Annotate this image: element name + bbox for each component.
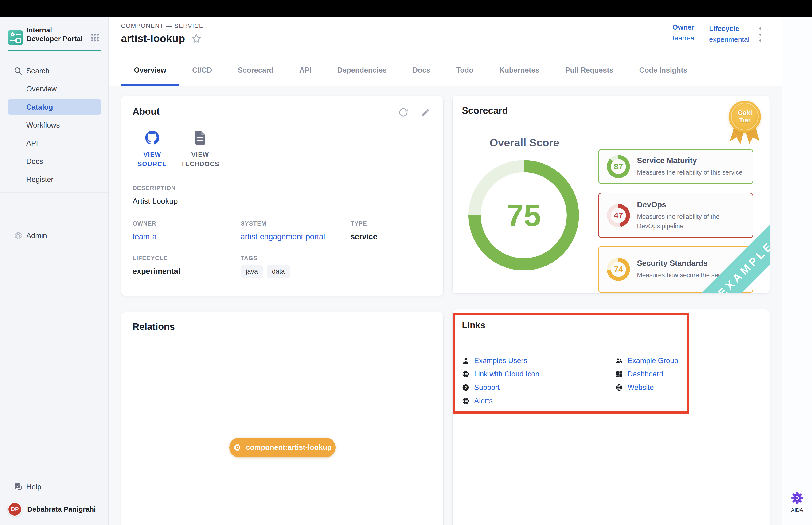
relations-node-component[interactable]: component:artist-lookup [229,438,336,457]
about-title: About [133,106,160,117]
metric-description: Measures how secure the ser [637,270,720,280]
user-name: Debabrata Panigrahi [27,505,96,513]
chip-icon [233,443,242,452]
field-system: SYSTEM artist-engagement-portal [241,220,351,241]
globe-icon [462,397,470,405]
system-link[interactable]: artist-engagement-portal [241,232,351,241]
overall-score-gauge: 75 [469,160,579,270]
favorite-star-icon[interactable] [191,33,202,44]
top-black-bar [0,0,812,17]
tab-api[interactable]: API [287,55,324,86]
tab-kubernetes[interactable]: Kubernetes [486,55,552,86]
sidebar-item-label: Admin [26,231,47,240]
view-source-link[interactable]: VIEW SOURCE [133,130,172,169]
red-highlight-box: Links Examples Users Link with Cloud Ico… [453,313,689,414]
sidebar-item-label: Help [26,483,41,491]
metric-description: Measures the reliability of this service [637,168,742,177]
relations-title: Relations [133,321,432,332]
tab-todo[interactable]: Todo [443,55,486,86]
tab-overview[interactable]: Overview [121,55,179,86]
sidebar-item-docs[interactable]: Docs [0,152,108,170]
about-card: About VIEW SO [121,96,444,296]
sidebar-brand: Internal Developer Portal [0,17,108,50]
link-alerts[interactable]: Alerts [462,394,615,407]
field-tags: TAGS java data [241,255,351,278]
kebab-menu-icon[interactable] [759,28,762,42]
globe-icon [615,384,623,391]
sidebar-teal-divider [7,50,101,51]
relations-card: Relations component:artist-lookup [121,312,444,525]
content-area: About VIEW SO [109,86,782,525]
sidebar-bottom: ? Help DP Debabrata Panigrahi [0,472,108,525]
tab-dependencies[interactable]: Dependencies [324,55,400,86]
scorecard-title: Scorecard [462,105,760,116]
help-chat-icon: ? [14,482,22,491]
metric-name: Security Standards [637,259,720,268]
field-lifecycle: LIFECYCLE experimental [133,255,241,278]
link-with-cloud-icon[interactable]: Link with Cloud Icon [462,367,615,381]
field-owner: OWNER team-a [133,220,241,241]
sidebar-item-admin[interactable]: Admin [0,227,108,245]
metric-devops[interactable]: 47 DevOps Measures the reliability of th… [598,193,753,238]
user-icon [462,357,470,364]
metric-gauge: 47 [607,204,630,227]
link-example-group[interactable]: Example Group [615,354,680,367]
view-techdocs-link[interactable]: VIEW TECHDOCS [181,130,220,169]
description-label: DESCRIPTION [133,185,432,192]
page-header: COMPONENT — SERVICE artist-lookup Owner … [109,17,782,51]
owner-link[interactable]: team-a [133,232,241,241]
links-title: Links [462,320,680,330]
link-website[interactable]: Website [615,381,680,394]
metric-service-maturity[interactable]: 87 Service Maturity Measures the reliabi… [598,149,753,184]
user-menu[interactable]: DP Debabrata Panigrahi [0,496,108,518]
gold-tier-badge: Gold Tier [729,101,761,144]
aida-label: AIDA [791,507,803,513]
links-column-left: Examples Users Link with Cloud Icon ? Su… [462,354,615,407]
entity-tabs: Overview CI/CD Scorecard API Dependencie… [109,51,782,86]
sidebar-bottom-divider [7,472,101,472]
link-support[interactable]: ? Support [462,381,615,394]
sidebar-item-api[interactable]: API [0,134,108,152]
sidebar-item-search[interactable]: Search [0,62,108,80]
view-source-label: VIEW SOURCE [133,150,172,169]
header-lifecycle[interactable]: Lifecycle experimental [709,25,750,44]
tab-scorecard[interactable]: Scorecard [225,55,287,86]
techdocs-file-icon [194,130,206,145]
brand-logo-icon[interactable] [7,30,23,45]
sidebar: Internal Developer Portal Search Overvie… [0,17,109,525]
refresh-icon[interactable] [398,108,408,118]
metric-name: Service Maturity [637,156,742,165]
gear-icon [14,231,22,240]
metric-name: DevOps [637,200,719,209]
sidebar-item-overview[interactable]: Overview [0,80,108,98]
tab-pull-requests[interactable]: Pull Requests [552,55,626,86]
tag-chip: java [241,265,263,278]
metric-description: Measures the reliability of the [637,212,719,221]
sidebar-item-label: Docs [26,157,43,166]
link-examples-users[interactable]: Examples Users [462,354,615,367]
group-icon [615,357,623,364]
sidebar-item-help[interactable]: ? Help [0,478,108,496]
edit-pencil-icon[interactable] [420,108,430,118]
sidebar-item-register[interactable]: Register [0,170,108,189]
page-title: artist-lookup [121,32,185,45]
sidebar-item-label: Register [26,175,53,184]
tab-docs[interactable]: Docs [400,55,443,86]
brand-title: Internal Developer Portal [27,17,85,43]
metric-gauge: 74 [607,258,630,281]
link-dashboard[interactable]: Dashboard [615,367,680,381]
app-launcher-grid-icon[interactable] [90,33,100,43]
right-side-strip: AIDA [782,17,812,525]
aida-flower-icon [791,491,804,505]
sidebar-item-catalog[interactable]: Catalog [7,100,101,115]
scorecard-card: Scorecard Gold Tier Overall Score 75 87 [452,96,770,294]
help-circle-icon: ? [462,384,470,391]
header-owner[interactable]: Owner team-a [672,23,694,42]
svg-text:?: ? [16,484,18,487]
overall-score-value: 75 [507,198,541,233]
tab-cicd[interactable]: CI/CD [179,55,225,86]
aida-assistant-button[interactable]: AIDA [782,491,812,513]
tab-code-insights[interactable]: Code Insights [626,55,700,86]
sidebar-item-workflows[interactable]: Workflows [0,116,108,134]
tag-chip: data [267,265,290,278]
